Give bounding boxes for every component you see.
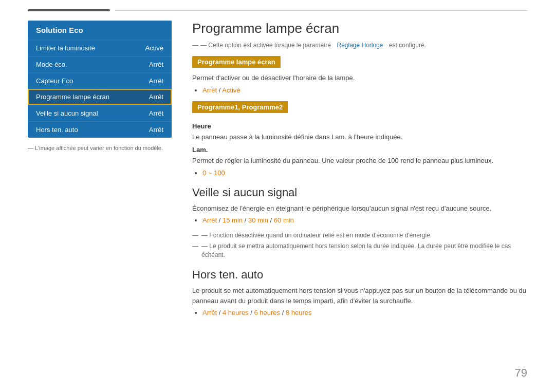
sidebar-item-5[interactable]: Hors ten. auto Arrêt: [28, 121, 172, 138]
sidebar-item-3[interactable]: Programme lampe écran Arrêt: [28, 89, 172, 105]
sidebar-item-value-2: Arrêt: [149, 77, 163, 85]
sidebar-item-2[interactable]: Capteur Eco Arrêt: [28, 72, 172, 89]
option-60min: 60 min: [274, 216, 294, 224]
note-link[interactable]: Réglage Horloge: [337, 42, 383, 49]
section2-note2: — — Le produit se mettra automatiquement…: [192, 242, 527, 259]
heure-desc: Le panneau passe à la luminosité définie…: [192, 132, 527, 142]
section1-description: Permet d'activer ou de désactiver l'hora…: [192, 73, 527, 83]
lam-range-item: 0 ~ 100: [202, 169, 527, 177]
section3-title: Hors ten. auto: [192, 268, 527, 282]
section2-options-item: Arrêt / 15 min / 30 min / 60 min: [202, 216, 527, 224]
option-arret-2: Arrêt: [202, 216, 217, 224]
sidebar-item-value-1: Arrêt: [149, 61, 163, 68]
sidebar-item-value-5: Arrêt: [149, 126, 163, 134]
section2-title: Veille si aucun signal: [192, 186, 527, 199]
sub-highlight: Programme1, Programme2: [192, 101, 288, 113]
section1-title: Programme lampe écran: [192, 21, 527, 36]
sidebar-item-label-2: Capteur Eco: [36, 77, 73, 85]
option-6h: 6 heures: [254, 309, 280, 316]
sidebar-box: Solution Eco Limiter la luminosité Activ…: [28, 21, 172, 138]
option-active-1: Activé: [222, 86, 240, 94]
sidebar-item-label-5: Hors ten. auto: [36, 126, 78, 134]
section2-description: Économisez de l'énergie en éteignant le …: [192, 203, 527, 214]
section3-options-list: Arrêt / 4 heures / 6 heures / 8 heures: [202, 309, 527, 316]
sidebar-item-value-3: Arrêt: [149, 93, 163, 101]
sidebar-item-label-3: Programme lampe écran: [36, 93, 109, 101]
sidebar-item-value-4: Arrêt: [149, 109, 163, 117]
section1-options-item: Arrêt / Activé: [202, 86, 527, 94]
section1-options-list: Arrêt / Activé: [202, 86, 527, 94]
sidebar-item-value-0: Activé: [145, 44, 163, 52]
main-content: Programme lampe écran — — Cette option e…: [192, 21, 527, 324]
option-4h: 4 heures: [223, 309, 249, 316]
section1-highlight: Programme lampe écran: [192, 56, 281, 68]
sidebar: Solution Eco Limiter la luminosité Activ…: [28, 21, 172, 324]
lam-desc: Permet de régler la luminosité du pannea…: [192, 156, 527, 166]
section2-note1: — — Fonction désactivée quand un ordinat…: [192, 231, 527, 240]
section1-note: — — Cette option est activée lorsque le …: [192, 42, 527, 49]
top-line-dark: [28, 9, 110, 11]
sidebar-note: — L'image affichée peut varier en foncti…: [28, 145, 172, 151]
sidebar-item-label-0: Limiter la luminosité: [36, 44, 95, 52]
lam-range-list: 0 ~ 100: [202, 169, 527, 177]
sidebar-item-4[interactable]: Veille si aucun signal Arrêt: [28, 105, 172, 121]
top-line-light: [115, 10, 527, 11]
lam-range-value: 0 ~ 100: [202, 169, 225, 177]
note-prefix: — Cette option est activée lorsque le pa…: [200, 42, 331, 49]
section2-note1-text: — Fonction désactivée quand un ordinateu…: [201, 231, 432, 240]
sidebar-item-0[interactable]: Limiter la luminosité Activé: [28, 40, 172, 56]
sidebar-title: Solution Eco: [28, 21, 172, 40]
section3-options-item: Arrêt / 4 heures / 6 heures / 8 heures: [202, 309, 527, 316]
note-suffix: est configuré.: [389, 42, 426, 49]
option-15min: 15 min: [223, 216, 243, 224]
option-arret-1: Arrêt: [202, 86, 217, 94]
option-30min: 30 min: [248, 216, 268, 224]
section3-description: Le produit se met automatiquement hors t…: [192, 286, 527, 306]
sidebar-item-1[interactable]: Mode éco. Arrêt: [28, 56, 172, 72]
sidebar-item-label-4: Veille si aucun signal: [36, 109, 98, 117]
section2-note2-text: — Le produit se mettra automatiquement h…: [201, 242, 527, 259]
note-dash: —: [192, 42, 198, 49]
heure-label: Heure: [192, 122, 527, 130]
option-arret-3: Arrêt: [202, 309, 217, 316]
page-number: 79: [515, 366, 527, 380]
section2-options-list: Arrêt / 15 min / 30 min / 60 min: [202, 216, 527, 224]
option-8h: 8 heures: [286, 309, 312, 316]
sidebar-item-label-1: Mode éco.: [36, 61, 67, 68]
lam-label: Lam.: [192, 146, 527, 154]
